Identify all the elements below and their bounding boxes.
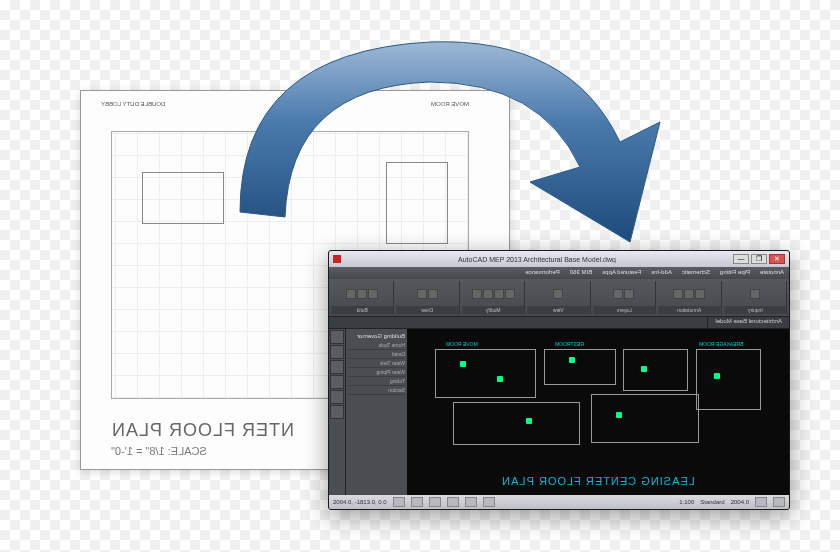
status-toggle[interactable]	[465, 497, 477, 507]
cad-fixture	[569, 357, 575, 363]
side-panel-item[interactable]: Water Piping	[348, 368, 405, 377]
cad-room-label: MOVE ROOM	[446, 341, 478, 347]
status-standard[interactable]: Standard	[700, 499, 724, 505]
side-panel-header: Building Governor	[348, 333, 405, 339]
titlebar[interactable]: AutoCAD MEP 2013 Architectural Base Mode…	[329, 251, 789, 267]
tool-button[interactable]	[346, 289, 356, 299]
tool-button[interactable]	[472, 289, 482, 299]
palette-button[interactable]	[330, 360, 344, 374]
tool-button[interactable]	[613, 289, 623, 299]
side-panel: Building Governor Home Tools Detail Wate…	[345, 329, 407, 495]
statusbar: 2004.0, -1813.0, 0.0 1:100 Standard 2004…	[329, 495, 789, 509]
paper-room: DOUBLE DUTY LOBBY	[101, 101, 165, 107]
cad-room-label: RESTROOM	[555, 341, 584, 347]
cad-room	[453, 402, 580, 445]
tool-button[interactable]	[417, 289, 427, 299]
ribbon-panel: Draw	[396, 281, 459, 314]
drawing-title: LEASING CENTER FLOOR PLAN	[501, 475, 695, 487]
tool-button[interactable]	[483, 289, 493, 299]
maximize-button[interactable]: ❐	[751, 254, 767, 264]
cad-room	[696, 349, 761, 410]
ribbon-panel: Modify	[462, 281, 525, 314]
status-toggle[interactable]	[447, 497, 459, 507]
status-toggle[interactable]	[429, 497, 441, 507]
tool-button[interactable]	[695, 289, 705, 299]
paper-scale: SCALE: 1/8" = 1'-0"	[111, 445, 207, 457]
side-panel-item[interactable]: Tubing	[348, 377, 405, 386]
ribbon-panel: Build	[331, 281, 394, 314]
palette-button[interactable]	[330, 405, 344, 419]
menu-item[interactable]: Pipe Fitting	[715, 267, 755, 279]
menu-item[interactable]: Schematic	[677, 267, 715, 279]
side-panel-item[interactable]: Home Tools	[348, 341, 405, 350]
tool-button[interactable]	[505, 289, 515, 299]
cad-fixture	[714, 373, 720, 379]
menu-item[interactable]: BIM 360	[565, 267, 597, 279]
app-icon	[333, 255, 341, 263]
tool-button[interactable]	[684, 289, 694, 299]
tool-button[interactable]	[673, 289, 683, 299]
cad-application-window: AutoCAD MEP 2013 Architectural Base Mode…	[328, 250, 790, 510]
paper-room-labels: MOVE ROOM RESTROOM DOUBLE DUTY LOBBY	[101, 101, 469, 107]
palette-button[interactable]	[330, 375, 344, 389]
tool-button[interactable]	[750, 289, 760, 299]
side-panel-item[interactable]: Detail	[348, 350, 405, 359]
status-toggle[interactable]	[393, 497, 405, 507]
status-coords: 2004.0, -1813.0, 0.0	[333, 499, 387, 505]
tool-button[interactable]	[368, 289, 378, 299]
document-tabs: Architectural Base Model	[329, 317, 789, 329]
cad-fixture	[460, 361, 466, 367]
paper-title: NTER FLOOR PLAN	[111, 420, 294, 441]
status-toggle[interactable]	[755, 497, 767, 507]
side-panel-item[interactable]: Section	[348, 386, 405, 395]
menu-item[interactable]: Annotate	[755, 267, 789, 279]
ribbon-panel: Inquiry	[724, 281, 787, 314]
tool-button[interactable]	[624, 289, 634, 299]
cad-fixture	[497, 376, 503, 382]
cad-fixture	[526, 418, 532, 424]
tool-palette	[329, 329, 345, 495]
cad-fixture	[641, 366, 647, 372]
minimize-button[interactable]: —	[733, 254, 749, 264]
status-alt: 2004.0	[731, 499, 749, 505]
menu-item[interactable]: Featured Apps	[597, 267, 646, 279]
cad-room	[591, 394, 700, 443]
tool-button[interactable]	[428, 289, 438, 299]
ribbon-panel: Annotation	[658, 281, 721, 314]
document-tab[interactable]: Architectural Base Model	[707, 317, 789, 328]
menubar: Annotate Pipe Fitting Schematic Add-Ins …	[329, 267, 789, 279]
tool-button[interactable]	[553, 289, 563, 299]
cad-room	[435, 349, 536, 398]
status-scale[interactable]: 1:100	[679, 499, 694, 505]
status-toggle[interactable]	[483, 497, 495, 507]
side-panel-item[interactable]: Water Tank	[348, 359, 405, 368]
menu-item[interactable]: Add-Ins	[646, 267, 677, 279]
window-title: AutoCAD MEP 2013 Architectural Base Mode…	[343, 256, 731, 263]
palette-button[interactable]	[330, 390, 344, 404]
ribbon-panel: Layers	[593, 281, 656, 314]
palette-button[interactable]	[330, 330, 344, 344]
paper-room: RESTROOM	[281, 101, 316, 107]
ribbon-panel: View	[527, 281, 590, 314]
paper-room: MOVE ROOM	[431, 101, 469, 107]
cad-room	[623, 349, 688, 392]
tool-button[interactable]	[494, 289, 504, 299]
cad-room	[544, 349, 616, 386]
status-toggle[interactable]	[773, 497, 785, 507]
palette-button[interactable]	[330, 345, 344, 359]
status-toggle[interactable]	[411, 497, 423, 507]
menu-item[interactable]: Performance	[521, 267, 565, 279]
drawing-canvas[interactable]: MOVE ROOM RESTROOM BREAKAGE ROOM LEASING…	[407, 329, 789, 495]
cad-fixture	[616, 412, 622, 418]
cad-room-label: BREAKAGE ROOM	[699, 341, 743, 347]
close-button[interactable]: ✕	[769, 254, 785, 264]
tool-button[interactable]	[357, 289, 367, 299]
ribbon: Build Draw Modify View Layers Annotation…	[329, 279, 789, 317]
